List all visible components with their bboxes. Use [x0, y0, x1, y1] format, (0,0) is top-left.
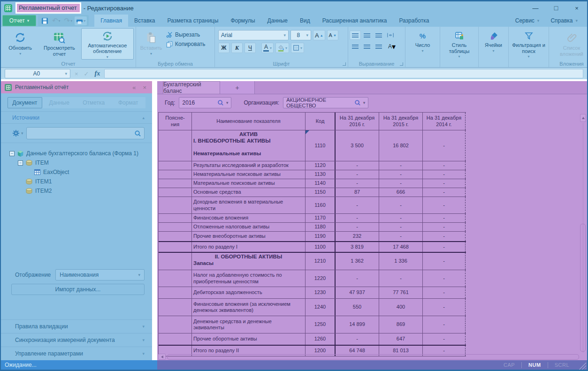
- report-menu-button[interactable]: Отчет ▾: [2, 15, 36, 26]
- table-cell-code[interactable]: 1220: [305, 270, 336, 287]
- panel-section-1[interactable]: Синхронизация измерений документа▾: [1, 333, 152, 347]
- table-cell-name[interactable]: АКТИВI. ВНЕОБОРОТНЫЕ АКТИВЫНематериальны…: [192, 130, 305, 161]
- alignment-dialog-launcher[interactable]: [400, 62, 403, 66]
- table-cell-value[interactable]: -: [336, 333, 379, 345]
- horizontal-scrollbar[interactable]: [158, 354, 579, 360]
- table-header-cell[interactable]: На 31 декабря 2014 г.: [423, 113, 466, 130]
- scrollbar-thumb[interactable]: [167, 354, 579, 360]
- filter-search-button[interactable]: Фильтрация и поиск ▾: [510, 28, 547, 60]
- table-cell-value[interactable]: 87: [336, 188, 379, 197]
- table-cell-value[interactable]: -: [379, 197, 423, 213]
- table-cell-note[interactable]: [159, 242, 192, 252]
- table-cell-code[interactable]: 1150: [305, 188, 336, 197]
- table-cell-value[interactable]: 47 937: [336, 287, 379, 298]
- table-cell-value[interactable]: -: [423, 253, 466, 270]
- table-cell-value[interactable]: -: [423, 214, 466, 222]
- table-cell-code[interactable]: 1170: [305, 214, 336, 222]
- table-cell-value[interactable]: 869: [379, 316, 423, 333]
- table-cell-value[interactable]: -: [379, 270, 423, 287]
- table-cell-value[interactable]: -: [379, 214, 423, 222]
- table-cell-value[interactable]: -: [423, 161, 466, 170]
- table-cell-note[interactable]: [159, 316, 192, 333]
- cell-name-box[interactable]: A0 ▾: [5, 69, 70, 78]
- table-cell-note[interactable]: [159, 130, 192, 161]
- table-cell-value[interactable]: 3 819: [336, 242, 379, 252]
- table-cell-note[interactable]: [159, 270, 192, 287]
- maximize-button[interactable]: □: [546, 4, 566, 12]
- add-sheet-button[interactable]: +: [220, 81, 255, 94]
- menu-tab-3[interactable]: Формулы: [224, 15, 261, 27]
- menu-tab-1[interactable]: Вставка: [128, 15, 161, 27]
- table-cell-value[interactable]: -: [379, 161, 423, 170]
- table-cell-value[interactable]: -: [423, 188, 466, 197]
- table-cell-value[interactable]: -: [423, 223, 466, 231]
- table-cell-note[interactable]: [159, 333, 192, 345]
- orientation-button[interactable]: А ▾: [385, 42, 399, 51]
- sheet-tab-balance[interactable]: Бухгалтерский баланс: [163, 81, 220, 94]
- table-cell-value[interactable]: 77 761: [379, 287, 423, 298]
- table-cell-value[interactable]: -: [423, 333, 466, 345]
- italic-button[interactable]: К: [231, 43, 243, 53]
- table-cell-value[interactable]: -: [423, 242, 466, 252]
- cells-button[interactable]: Ячейки ▾: [481, 28, 507, 60]
- table-cell-code[interactable]: 1180: [305, 223, 336, 231]
- bold-button[interactable]: Ж: [218, 43, 229, 53]
- align-middle-button[interactable]: [361, 30, 373, 40]
- table-cell-note[interactable]: [159, 170, 192, 179]
- font-family-select[interactable]: Arial ▾: [218, 30, 289, 40]
- sources-search[interactable]: [26, 127, 145, 139]
- table-header-cell[interactable]: На 31 декабря 2015 г.: [379, 113, 423, 130]
- table-cell-value[interactable]: 16 802: [379, 130, 423, 161]
- align-top-button[interactable]: [350, 30, 361, 40]
- scroll-up-button[interactable]: [580, 114, 586, 122]
- table-cell-value[interactable]: 550: [336, 299, 379, 316]
- table-cell-value[interactable]: -: [379, 223, 423, 231]
- year-select[interactable]: 2016 ▾: [179, 97, 231, 108]
- table-cell-note[interactable]: [159, 223, 192, 231]
- table-header-cell[interactable]: Поясне- ния: [159, 113, 192, 130]
- table-cell-value[interactable]: 647: [379, 333, 423, 345]
- undo-button[interactable]: ↶▾: [51, 15, 62, 26]
- tree-item-3[interactable]: ITEM1: [4, 177, 149, 186]
- increase-font-button[interactable]: A▲: [313, 30, 325, 40]
- refresh-button[interactable]: Обновить ▾: [3, 28, 38, 60]
- vertical-scrollbar[interactable]: [580, 114, 586, 353]
- tree-expander-icon[interactable]: −: [18, 160, 23, 166]
- table-cell-code[interactable]: 1120: [305, 161, 336, 170]
- panel-collapse-button[interactable]: «: [130, 84, 137, 91]
- panel-tab-0[interactable]: Документ: [8, 97, 42, 108]
- table-cell-code[interactable]: 1110: [305, 130, 336, 161]
- tree-item-1[interactable]: −ITEM: [4, 158, 149, 167]
- table-cell-name[interactable]: Основные средства: [192, 188, 305, 197]
- sources-settings-button[interactable]: ▾: [12, 129, 23, 137]
- panel-tab-2[interactable]: Отметка: [76, 97, 111, 108]
- align-center-button[interactable]: [361, 42, 373, 51]
- table-cell-code[interactable]: 1130: [305, 170, 336, 179]
- table-cell-code[interactable]: 1260: [305, 333, 336, 345]
- tree-item-4[interactable]: ITEM2: [4, 186, 149, 196]
- table-cell-name[interactable]: Дебиторская задолженность: [192, 287, 305, 298]
- underline-button[interactable]: Ч: [244, 43, 256, 53]
- align-left-button[interactable]: [350, 42, 361, 51]
- table-header-cell[interactable]: На 31 декабря 2016 г.: [336, 113, 379, 130]
- auto-update-button[interactable]: Автоматическое обновление ▾: [81, 28, 134, 60]
- table-cell-code[interactable]: 1100: [305, 242, 336, 252]
- right-menu-1[interactable]: Справка▾: [545, 17, 583, 24]
- import-data-button[interactable]: Импорт данных...: [11, 284, 145, 295]
- table-cell-note[interactable]: [159, 299, 192, 316]
- table-cell-name[interactable]: Прочие внеоборотные активы: [192, 232, 305, 241]
- borders-button[interactable]: ▾: [291, 43, 304, 53]
- cancel-icon[interactable]: ×: [73, 70, 80, 77]
- table-cell-note[interactable]: [159, 188, 192, 197]
- menu-tab-6[interactable]: Расширенная аналитика: [316, 15, 393, 27]
- table-cell-value[interactable]: -: [423, 270, 466, 287]
- table-header-cell[interactable]: Код: [305, 113, 336, 130]
- table-style-button[interactable]: Стиль таблицы ▾: [442, 28, 477, 60]
- table-cell-note[interactable]: [159, 214, 192, 222]
- menu-tab-2[interactable]: Разметка страницы: [161, 15, 225, 27]
- right-menu-0[interactable]: Сервис▾: [510, 17, 545, 24]
- minimize-button[interactable]: —: [525, 5, 546, 12]
- table-cell-code[interactable]: 1240: [305, 299, 336, 316]
- table-cell-name[interactable]: Нематериальные поисковые активы: [192, 170, 305, 179]
- table-cell-value[interactable]: -: [336, 161, 379, 170]
